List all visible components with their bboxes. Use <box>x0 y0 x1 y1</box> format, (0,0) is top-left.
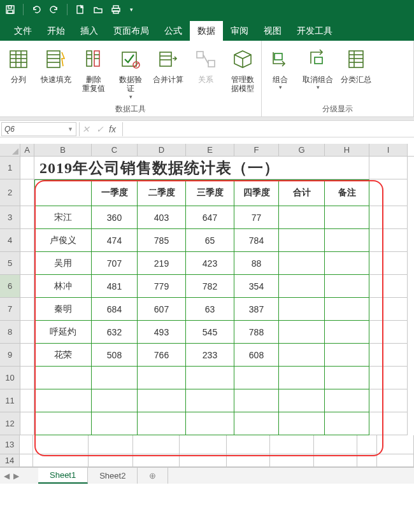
cell[interactable] <box>34 179 92 206</box>
menu-tab-layout[interactable]: 页面布局 <box>106 21 157 41</box>
column-header-C[interactable]: C <box>92 144 138 156</box>
cell[interactable] <box>186 389 234 412</box>
column-header-E[interactable]: E <box>186 144 234 156</box>
cell[interactable] <box>279 389 325 412</box>
spreadsheet[interactable]: A B C D E F G H I 12019年公司销售数据统计表（一）2一季度… <box>0 144 414 467</box>
cell[interactable] <box>138 412 186 435</box>
cell[interactable] <box>279 367 325 389</box>
cell[interactable]: 684 <box>92 298 138 321</box>
menu-tab-developer[interactable]: 开发工具 <box>289 21 340 41</box>
cell[interactable]: 707 <box>92 252 138 275</box>
cell[interactable]: 360 <box>92 206 138 229</box>
cell[interactable]: 四季度 <box>234 179 279 206</box>
cell[interactable] <box>325 252 369 275</box>
cell[interactable] <box>92 389 138 412</box>
cell[interactable]: 二季度 <box>138 179 186 206</box>
menu-tab-file[interactable]: 文件 <box>6 21 39 41</box>
cell[interactable] <box>325 412 369 435</box>
menu-tab-data[interactable]: 数据 <box>190 21 223 41</box>
title-cell[interactable]: 2019年公司销售数据统计表（一） <box>34 157 369 179</box>
cell[interactable]: 782 <box>186 275 234 298</box>
remove-duplicates-button[interactable]: 删除重复值 <box>75 43 112 95</box>
cell[interactable] <box>20 412 34 435</box>
cell[interactable]: 481 <box>92 275 138 298</box>
sheet-add-button[interactable]: ⊕ <box>138 468 168 484</box>
cell[interactable] <box>369 412 408 435</box>
manage-data-model-button[interactable]: 管理数据模型 <box>224 43 261 95</box>
menu-tab-home[interactable]: 开始 <box>39 21 73 41</box>
cell[interactable]: 65 <box>186 229 234 252</box>
sheet-nav-next-button[interactable]: ▶ <box>13 472 19 480</box>
cell[interactable]: 474 <box>92 229 138 252</box>
cell[interactable] <box>20 435 33 454</box>
row-header-5[interactable]: 5 <box>0 252 20 275</box>
text-to-columns-button[interactable]: 分列 <box>0 43 37 95</box>
cell[interactable] <box>20 229 34 252</box>
cell[interactable]: 88 <box>234 252 279 275</box>
row-header-8[interactable]: 8 <box>0 321 20 344</box>
print-button[interactable] <box>110 3 122 16</box>
cell[interactable] <box>279 344 325 367</box>
cell[interactable]: 607 <box>138 298 186 321</box>
cell[interactable] <box>377 454 414 467</box>
cell[interactable] <box>20 157 34 179</box>
cell[interactable] <box>20 321 34 344</box>
cell[interactable] <box>369 229 408 252</box>
cell[interactable] <box>369 321 408 344</box>
cell[interactable]: 77 <box>234 206 279 229</box>
cell[interactable] <box>20 389 34 412</box>
column-header-B[interactable]: B <box>34 144 92 156</box>
cell[interactable] <box>33 435 89 454</box>
ungroup-button[interactable]: 取消组合▾ <box>299 43 337 95</box>
cell[interactable] <box>279 206 325 229</box>
cell[interactable] <box>20 344 34 367</box>
undo-button[interactable] <box>30 3 43 16</box>
name-box[interactable]: Q6 ▼ <box>1 122 76 136</box>
formula-enter-button[interactable]: ✓ <box>96 124 104 134</box>
cell[interactable]: 779 <box>138 275 186 298</box>
flash-fill-button[interactable]: 快速填充 <box>37 43 75 95</box>
new-file-button[interactable] <box>74 3 87 16</box>
cell[interactable]: 花荣 <box>34 344 92 367</box>
cell[interactable]: 吴用 <box>34 252 92 275</box>
cell[interactable] <box>33 454 89 467</box>
fx-icon[interactable]: fx <box>109 124 116 134</box>
cell[interactable]: 呼延灼 <box>34 321 92 344</box>
cell[interactable]: 63 <box>186 298 234 321</box>
cell[interactable] <box>89 454 133 467</box>
cell[interactable] <box>92 412 138 435</box>
redo-button[interactable] <box>48 3 61 16</box>
cell[interactable] <box>227 454 270 467</box>
cell[interactable]: 一季度 <box>92 179 138 206</box>
cell[interactable] <box>279 298 325 321</box>
row-header-7[interactable]: 7 <box>0 298 20 321</box>
sheet-tab-1[interactable]: Sheet1 <box>38 468 88 484</box>
cell[interactable] <box>20 206 34 229</box>
cell[interactable]: 493 <box>138 321 186 344</box>
cell[interactable] <box>369 389 408 412</box>
row-header-13[interactable]: 13 <box>0 435 20 454</box>
cell[interactable] <box>234 367 279 389</box>
cell[interactable]: 632 <box>92 321 138 344</box>
cell[interactable] <box>133 435 180 454</box>
group-button[interactable]: 组合▾ <box>262 43 299 95</box>
column-header-A[interactable]: A <box>20 144 34 156</box>
cell[interactable] <box>325 389 369 412</box>
cell[interactable]: 788 <box>234 321 279 344</box>
subtotal-button[interactable]: 分类汇总 <box>337 43 375 95</box>
cell[interactable] <box>377 435 414 454</box>
cell[interactable]: 647 <box>186 206 234 229</box>
consolidate-button[interactable]: 合并计算 <box>149 43 187 95</box>
cell[interactable] <box>325 321 369 344</box>
cell[interactable]: 卢俊义 <box>34 229 92 252</box>
cell[interactable] <box>369 252 408 275</box>
cell[interactable]: 387 <box>234 298 279 321</box>
menu-tab-insert[interactable]: 插入 <box>73 21 106 41</box>
cell[interactable] <box>270 435 315 454</box>
sheet-nav-prev-button[interactable]: ◀ <box>4 472 10 480</box>
cell[interactable]: 233 <box>186 344 234 367</box>
cell[interactable]: 三季度 <box>186 179 234 206</box>
row-header-9[interactable]: 9 <box>0 344 20 367</box>
cell[interactable] <box>369 157 408 179</box>
cell[interactable] <box>357 435 377 454</box>
